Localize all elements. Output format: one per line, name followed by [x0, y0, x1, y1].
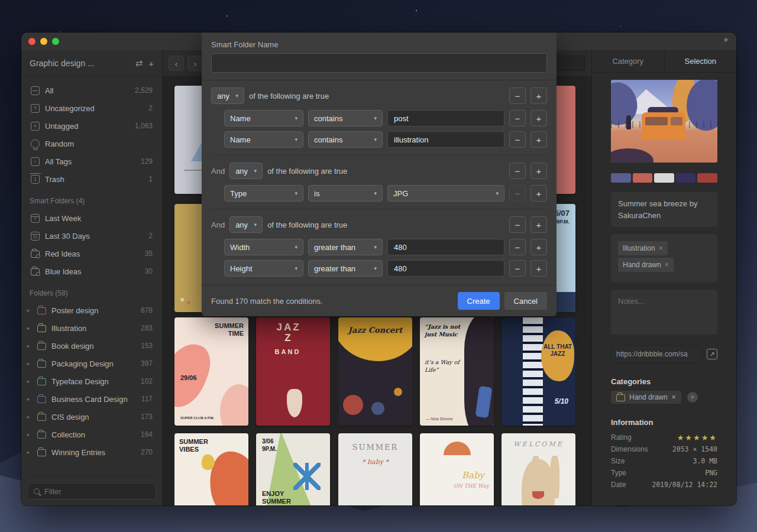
add-library-icon[interactable]: +	[148, 59, 154, 69]
disclosure-icon[interactable]: ▸	[27, 432, 32, 437]
color-swatch[interactable]	[654, 173, 674, 183]
color-swatch[interactable]	[611, 173, 631, 183]
sidebar-item-all-tags[interactable]: ◦ All Tags 129	[21, 153, 162, 170]
add-group-button[interactable]: +	[530, 87, 547, 104]
add-rule-button[interactable]: +	[530, 110, 547, 126]
color-swatch[interactable]	[633, 173, 653, 183]
disclosure-icon[interactable]: ▸	[27, 379, 32, 384]
close-window-button[interactable]	[28, 38, 35, 45]
smart-folder-name-input[interactable]	[211, 53, 547, 73]
grid-item-jazz-concert[interactable]: Jazz Concert	[338, 317, 412, 426]
remove-tag-icon[interactable]: ×	[665, 259, 669, 270]
sidebar-item-blue-ideas[interactable]: Blue Ideas 30	[21, 262, 162, 280]
remove-rule-button[interactable]: −	[509, 131, 526, 148]
rule-value-select[interactable]: JPG▾	[387, 185, 504, 202]
rule-field-select[interactable]: Height▾	[224, 260, 303, 277]
grid-item-enjoy-summer[interactable]: 3/06 9P.M. ENJOY SUMMER	[256, 433, 330, 505]
disclosure-icon[interactable]: ▸	[27, 361, 32, 366]
match-any-select[interactable]: any▾	[211, 87, 244, 104]
remove-group-button[interactable]: −	[509, 216, 526, 233]
color-swatch[interactable]	[697, 173, 717, 183]
rating-stars[interactable]: ★★★★★	[677, 433, 717, 442]
sidebar-folder-packaging-design[interactable]: ▸ Packaging Design 397	[21, 355, 162, 372]
add-group-button[interactable]: +	[530, 163, 547, 179]
grid-item-jazz-band[interactable]: JAZZ BAND	[256, 317, 330, 426]
open-link-icon[interactable]: ↗	[707, 349, 717, 359]
disclosure-icon[interactable]: ▸	[27, 326, 32, 331]
back-button[interactable]: ‹	[169, 56, 184, 71]
add-group-button[interactable]: +	[530, 216, 547, 233]
grid-item-welcome[interactable]: WELCOME	[502, 433, 575, 505]
filter-input[interactable]: Filter	[27, 483, 156, 499]
pin-icon[interactable]	[721, 37, 729, 47]
create-button[interactable]: Create	[458, 292, 500, 310]
add-category-button[interactable]: +	[687, 392, 698, 403]
sidebar-folder-book-design[interactable]: ▸ Book design 153	[21, 337, 162, 355]
grid-item-baby-on-the-way[interactable]: Baby ON THE Way	[420, 433, 494, 505]
tab-selection[interactable]: Selection	[664, 50, 737, 72]
remove-rule-button[interactable]: −	[509, 239, 526, 255]
add-rule-button[interactable]: +	[530, 239, 547, 255]
library-title[interactable]: Graphic design ...	[30, 59, 130, 68]
forward-button[interactable]: ›	[187, 56, 203, 71]
disclosure-icon[interactable]: ▸	[27, 414, 32, 420]
match-any-select[interactable]: any▾	[229, 216, 263, 233]
sidebar-folder-illustration[interactable]: ▸ Illustration 283	[21, 319, 162, 337]
sidebar-item-last-30-days[interactable]: 31 Last 30 Days 2	[21, 227, 162, 245]
tag-chip[interactable]: Illustration×	[618, 241, 668, 255]
preview-image[interactable]	[611, 80, 717, 163]
grid-item-summer-time[interactable]: SUMMER TIME 29/06 SUPER CLUB 9 P.M.	[174, 317, 248, 426]
rule-field-select[interactable]: Name▾	[224, 131, 303, 148]
rule-value-input[interactable]	[387, 260, 504, 277]
switch-library-icon[interactable]: ⇄	[135, 58, 143, 69]
minimize-window-button[interactable]	[40, 38, 47, 45]
add-rule-button[interactable]: +	[530, 131, 547, 148]
sidebar-folder-winning-entries[interactable]: ▸ Winning Entries 270	[21, 443, 162, 461]
rule-operator-select[interactable]: greater than▾	[308, 239, 383, 255]
sidebar-item-red-ideas[interactable]: Red Ideas 35	[21, 245, 162, 262]
disclosure-icon[interactable]: ▸	[27, 397, 32, 402]
remove-group-button[interactable]: −	[509, 163, 526, 179]
rule-field-select[interactable]: Type▾	[224, 185, 303, 202]
zoom-window-button[interactable]	[52, 38, 59, 45]
sidebar-folder-poster-design[interactable]: ▸ Poster design 878	[21, 301, 162, 319]
remove-group-button[interactable]: −	[509, 87, 526, 104]
sidebar-folder-business-card-design[interactable]: ▸ Business Card Design 117	[21, 390, 162, 408]
tags-field[interactable]: Illustration× Hand drawn×	[611, 234, 717, 283]
remove-rule-button[interactable]: −	[509, 260, 526, 277]
match-any-select[interactable]: any▾	[229, 163, 263, 179]
sidebar-folder-typeface-design[interactable]: ▸ Typeface Design 102	[21, 372, 162, 390]
item-title-field[interactable]: Summer sea breeze by SakuraChen	[611, 192, 717, 227]
disclosure-icon[interactable]: ▸	[27, 343, 32, 349]
add-rule-button[interactable]: +	[530, 185, 547, 202]
remove-rule-button[interactable]: −	[509, 110, 526, 126]
rule-operator-select[interactable]: greater than▾	[308, 260, 383, 277]
sidebar-item-untagged[interactable]: × Untagged 1,063	[21, 117, 162, 135]
grid-item-jazz-is-not-just-music[interactable]: “Jazz is not just Music it’s a Way of Li…	[420, 317, 494, 426]
grid-item-summer-vibes[interactable]: SUMMER VIBES	[174, 433, 248, 505]
sidebar-folder-cis-design[interactable]: ▸ CIS design 173	[21, 408, 162, 426]
tag-chip[interactable]: Hand drawn×	[618, 258, 674, 272]
sidebar-item-last-week[interactable]: 7 Last Week	[21, 209, 162, 227]
rule-value-input[interactable]	[387, 239, 504, 255]
cancel-button[interactable]: Cancel	[504, 292, 547, 310]
color-swatch[interactable]	[676, 173, 696, 183]
sidebar-item-all[interactable]: All 2,529	[21, 82, 162, 99]
tab-category[interactable]: Category	[592, 50, 664, 72]
url-input[interactable]	[611, 345, 702, 363]
category-chip[interactable]: Hand drawn ×	[611, 391, 681, 404]
rule-value-input[interactable]	[387, 110, 504, 126]
grid-item-summer-baby[interactable]: SUMMER * baby *	[338, 433, 412, 505]
add-rule-button[interactable]: +	[530, 260, 547, 277]
sidebar-folder-collection[interactable]: ▸ Collection 164	[21, 426, 162, 443]
rule-operator-select[interactable]: is▾	[308, 185, 383, 202]
sidebar-item-uncategorized[interactable]: ? Uncategorized 2	[21, 99, 162, 117]
remove-tag-icon[interactable]: ×	[659, 243, 663, 254]
rule-value-input[interactable]	[387, 131, 504, 148]
remove-category-icon[interactable]: ×	[672, 393, 676, 401]
rule-operator-select[interactable]: contains▾	[308, 110, 383, 126]
rule-operator-select[interactable]: contains▾	[308, 131, 383, 148]
rule-field-select[interactable]: Width▾	[224, 239, 303, 255]
sidebar-item-random[interactable]: Random	[21, 135, 162, 153]
sidebar-item-trash[interactable]: Trash 1	[21, 170, 162, 188]
